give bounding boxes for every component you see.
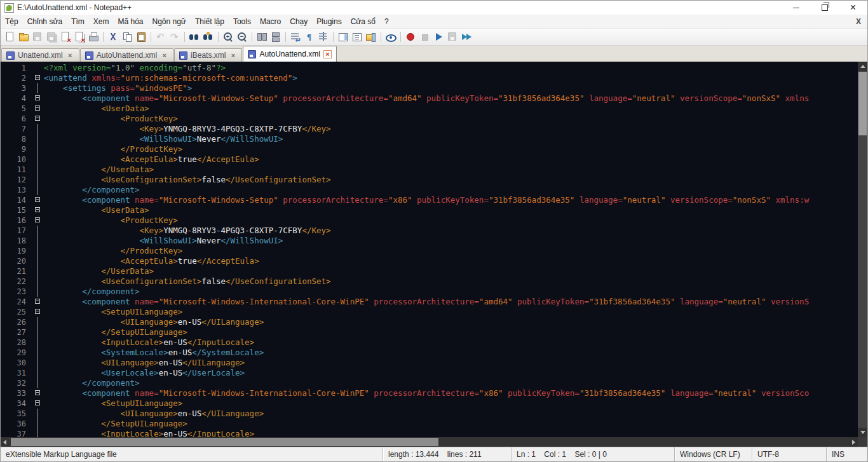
menu-item-file[interactable]: Tệp [1, 15, 23, 28]
menu-item-window[interactable]: Cửa sổ [346, 15, 380, 28]
code-line[interactable]: 24 <component name="Microsoft-Windows-In… [1, 297, 858, 307]
word-wrap-icon[interactable] [290, 31, 301, 43]
tab-close-button[interactable] [66, 51, 74, 60]
fold-collapse-icon[interactable] [32, 307, 44, 317]
copy-icon[interactable] [121, 31, 133, 43]
fold-collapse-icon[interactable] [32, 297, 44, 307]
code-line[interactable]: 5 <UserData> [1, 104, 858, 114]
menu-item-encoding[interactable]: Mã hóa [113, 15, 147, 28]
code-line[interactable]: 9 </ProductKey> [1, 144, 858, 154]
status-insert-mode[interactable]: INS [826, 447, 867, 461]
menu-item-help[interactable]: ? [380, 15, 393, 28]
cut-icon[interactable] [107, 31, 119, 43]
tab-close-button[interactable] [160, 51, 168, 60]
horizontal-scrollbar[interactable] [1, 437, 858, 447]
tab-close-button[interactable] [229, 51, 237, 60]
vertical-scrollbar[interactable] [858, 62, 867, 437]
fold-collapse-icon[interactable] [32, 73, 44, 83]
code-line[interactable]: 17 <Key>YNMGQ-8RYV3-4PGQ3-C8XTP-7CFBY</K… [1, 226, 858, 236]
menu-item-tools[interactable]: Tools [229, 15, 255, 28]
code-line[interactable]: 34 <SetupUILanguage> [1, 398, 858, 409]
code-line[interactable]: 14 <component name="Microsoft-Windows-Se… [1, 195, 858, 205]
code-line[interactable]: 6 <ProductKey> [1, 114, 858, 124]
menu-item-plugins[interactable]: Plugins [312, 15, 346, 28]
tab-close-button[interactable] [323, 50, 332, 58]
show-all-characters-icon[interactable] [304, 31, 315, 43]
tab-unattend-xml[interactable]: Unattend.xml [1, 48, 79, 62]
minimize-button[interactable] [782, 1, 810, 15]
fold-collapse-icon[interactable] [32, 195, 44, 205]
code-line[interactable]: 29 <SystemLocale>en-US</SystemLocale> [1, 348, 858, 358]
code-line[interactable]: 26 <UILanguage>en-US</UILanguage> [1, 317, 858, 327]
menu-close-x-button[interactable]: X [850, 17, 867, 26]
code-line[interactable]: 12 <UseConfigurationSet>false</UseConfig… [1, 175, 858, 185]
status-encoding[interactable]: UTF-8 [752, 447, 826, 461]
code-line[interactable]: 7 <Key>YNMGQ-8RYV3-4PGQ3-C8XTP-7CFBY</Ke… [1, 124, 858, 134]
close-file-icon[interactable] [60, 31, 71, 43]
code-line[interactable]: 25 <SetupUILanguage> [1, 307, 858, 317]
sync-vertical-scroll-icon[interactable] [256, 31, 268, 43]
fold-collapse-icon[interactable] [32, 104, 44, 114]
fold-collapse-icon[interactable] [32, 215, 44, 226]
code-line[interactable]: 11 </UserData> [1, 165, 858, 175]
code-line[interactable]: 31 <UserLocale>en-US</UserLocale> [1, 368, 858, 378]
tab-ibeats-xml[interactable]: iBeats.xml [174, 48, 242, 62]
fold-collapse-icon[interactable] [32, 205, 44, 215]
status-eol-format[interactable]: Windows (CR LF) [674, 447, 752, 461]
code-line[interactable]: 33 <component name="Microsoft-Windows-In… [1, 388, 858, 398]
fold-collapse-icon[interactable] [32, 93, 44, 104]
menu-item-run[interactable]: Chạy [285, 15, 312, 28]
code-line[interactable]: 1<?xml version="1.0" encoding="utf-8"?> [1, 63, 858, 73]
find-icon[interactable] [189, 31, 200, 43]
code-line[interactable]: 20 <AcceptEula>true</AcceptEula> [1, 256, 858, 266]
code-line[interactable]: 27 </SetupUILanguage> [1, 327, 858, 337]
code-line[interactable]: 2<unattend xmlns="urn:schemas-microsoft-… [1, 73, 858, 83]
tab-autounattend-xml-2[interactable]: AutoUnattend.xml [243, 46, 336, 62]
code-line[interactable]: 21 </UserData> [1, 266, 858, 276]
print-icon[interactable] [88, 31, 99, 43]
code-line[interactable]: 30 <UILanguage>en-US</UILanguage> [1, 358, 858, 368]
code-line[interactable]: 22 <UseConfigurationSet>false</UseConfig… [1, 276, 858, 287]
play-macro-icon[interactable] [433, 31, 444, 43]
new-file-icon[interactable] [4, 31, 15, 43]
scroll-left-button[interactable] [1, 437, 10, 447]
code-line[interactable]: 19 </ProductKey> [1, 246, 858, 256]
fold-collapse-icon[interactable] [32, 398, 44, 409]
folder-as-workspace-icon[interactable] [365, 31, 377, 43]
scroll-right-button[interactable] [848, 437, 858, 447]
code-line[interactable]: 23 </component> [1, 287, 858, 297]
open-file-icon[interactable] [18, 31, 29, 43]
code-region[interactable]: 1<?xml version="1.0" encoding="utf-8"?>2… [1, 62, 858, 437]
tab-autounattend-xml-1[interactable]: AutoUnattend.xml [80, 48, 173, 62]
close-all-icon[interactable] [74, 31, 85, 43]
code-line[interactable]: 13 </component> [1, 185, 858, 195]
document-map-icon[interactable] [337, 31, 349, 43]
menu-item-view[interactable]: Xem [89, 15, 114, 28]
menu-item-edit[interactable]: Chỉnh sửa [23, 15, 67, 28]
code-line[interactable]: 36 </SetupUILanguage> [1, 419, 858, 429]
code-line[interactable]: 37 <InputLocale>en-US</InputLocale> [1, 429, 858, 437]
code-line[interactable]: 8 <WillShowUI>Never</WillShowUI> [1, 134, 858, 144]
code-line[interactable]: 18 <WillShowUI>Never</WillShowUI> [1, 236, 858, 246]
zoom-out-icon[interactable] [236, 31, 248, 43]
code-line[interactable]: 28 <InputLocale>en-US</InputLocale> [1, 337, 858, 348]
vertical-scroll-thumb[interactable] [858, 72, 867, 135]
code-line[interactable]: 4 <component name="Microsoft-Windows-Set… [1, 93, 858, 104]
code-line[interactable]: 16 <ProductKey> [1, 215, 858, 226]
code-line[interactable]: 35 <UILanguage>en-US</UILanguage> [1, 409, 858, 419]
restore-button[interactable] [810, 1, 839, 15]
replace-icon[interactable] [203, 31, 214, 43]
monitoring-icon[interactable] [385, 31, 397, 43]
menu-item-language[interactable]: Ngôn ngữ [147, 15, 190, 28]
menu-item-search[interactable]: Tìm [67, 15, 89, 28]
horizontal-scroll-thumb[interactable] [11, 438, 438, 446]
code-line[interactable]: 15 <UserData> [1, 205, 858, 215]
code-line[interactable]: 3 <settings pass="windowsPE"> [1, 83, 858, 93]
record-macro-icon[interactable] [405, 31, 416, 43]
code-line[interactable]: 32 </component> [1, 378, 858, 388]
indent-guide-icon[interactable] [318, 31, 329, 43]
paste-icon[interactable] [135, 31, 147, 43]
code-line[interactable]: 10 <AcceptEula>true</AcceptEula> [1, 154, 858, 165]
menu-item-macro[interactable]: Macro [255, 15, 285, 28]
scroll-up-button[interactable] [858, 62, 867, 71]
